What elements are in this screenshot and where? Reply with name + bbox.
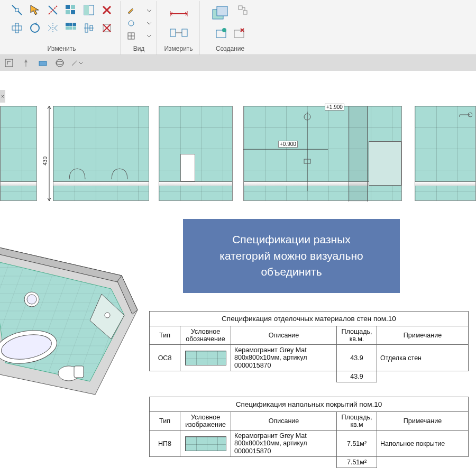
table2-h-type: Тип xyxy=(150,412,180,431)
measure-gap-icon[interactable] xyxy=(167,25,191,41)
table2-desc: Керамогранит Grey Mat 800x800x10мм, арти… xyxy=(231,431,337,457)
mirror-icon[interactable] xyxy=(45,20,61,36)
table1-total: 43.9 xyxy=(337,371,377,382)
pin-icon[interactable] xyxy=(20,57,32,69)
table2-note: Напольное покрытие xyxy=(377,431,469,457)
table1-total-row: 43.9 xyxy=(150,371,469,382)
spec-table-floor: Спецификация напольных покрытий пом.10 Т… xyxy=(149,397,469,468)
table1-row: ОС8 Керамогранит Grey Mat 800x800x10мм, … xyxy=(150,345,469,371)
table2-h-area: Площадь, кв.м xyxy=(337,412,377,431)
table1-note: Отделка стен xyxy=(377,345,469,371)
svg-point-28 xyxy=(222,28,226,32)
svg-rect-29 xyxy=(234,30,244,38)
table2-type: НП8 xyxy=(150,431,180,457)
align-icon[interactable] xyxy=(81,20,97,36)
svg-point-46 xyxy=(27,295,36,304)
cope-icon[interactable] xyxy=(9,20,25,36)
callout-line2: категорий можно визуально xyxy=(219,250,363,262)
sphere-icon[interactable] xyxy=(54,57,66,69)
table1-area: 43.9 xyxy=(337,345,377,371)
ribbon-group-modify: Изменить xyxy=(3,1,121,54)
table1-swatch xyxy=(180,345,231,371)
create-new-icon[interactable] xyxy=(213,25,229,41)
ribbon-group-measure-label: Измерить xyxy=(164,44,193,54)
pencil-dropdown-icon[interactable] xyxy=(125,5,153,16)
svg-rect-31 xyxy=(39,61,47,66)
ribbon-group-create: Создание xyxy=(201,1,259,54)
elevation-4 xyxy=(243,106,402,201)
svg-rect-1 xyxy=(66,5,70,9)
ribbon: Изменить Вид Измерить Создание xyxy=(0,0,476,55)
table2-area: 7.51м² xyxy=(337,431,377,457)
svg-rect-4 xyxy=(71,10,75,14)
table1-desc: Керамогранит Grey Mat 800x800x10мм, арти… xyxy=(231,345,337,371)
svg-rect-13 xyxy=(66,26,69,30)
panel-close-stub[interactable]: × xyxy=(0,90,5,103)
drawing-canvas[interactable]: 430 +1.900 +0.900 xyxy=(0,104,476,476)
dim-1900-label: +1.900 xyxy=(325,104,344,111)
shape-dropdown-icon[interactable] xyxy=(125,17,153,29)
table2-total-row: 7.51м² xyxy=(150,457,469,468)
elevation-row: 430 +1.900 +0.900 xyxy=(0,104,476,204)
svg-rect-8 xyxy=(15,23,19,33)
table1-h-desc: Описание xyxy=(231,326,337,345)
elevation-5 xyxy=(415,106,476,201)
svg-rect-12 xyxy=(73,23,76,26)
table1-type: ОС8 xyxy=(150,345,180,371)
delete-icon[interactable] xyxy=(99,2,115,18)
array-icon[interactable] xyxy=(63,20,79,36)
svg-point-9 xyxy=(31,24,39,32)
callout-line1: Спецификации разных xyxy=(232,233,351,245)
svg-point-32 xyxy=(56,59,63,67)
svg-point-47 xyxy=(105,313,110,318)
table1-h-area: Площадь, кв.м. xyxy=(337,326,377,345)
svg-rect-3 xyxy=(66,10,70,14)
create-family-icon[interactable] xyxy=(209,2,233,23)
elevation-1 xyxy=(0,106,37,201)
trim-icon[interactable] xyxy=(9,2,25,18)
grid-select-icon[interactable] xyxy=(63,2,79,18)
ribbon-group-create-label: Создание xyxy=(216,44,244,54)
white-spacer xyxy=(0,71,476,92)
table2-h-desc: Описание xyxy=(231,412,337,431)
delete-alt-icon[interactable] xyxy=(99,20,115,36)
workplane-icon[interactable] xyxy=(37,57,49,69)
constraint-icon[interactable] xyxy=(3,57,15,69)
svg-rect-14 xyxy=(69,26,72,30)
table1-h-note: Примечание xyxy=(377,326,469,345)
secondary-toolbar xyxy=(0,55,476,71)
svg-rect-24 xyxy=(217,6,227,16)
table2-title: Спецификация напольных покрытий пом.10 xyxy=(150,397,469,412)
svg-point-19 xyxy=(129,21,134,26)
select-arrow-icon[interactable] xyxy=(27,2,43,18)
table1-h-symbol: Условное обозначение xyxy=(180,326,231,345)
svg-rect-7 xyxy=(12,26,22,30)
create-group-icon[interactable] xyxy=(235,2,251,18)
table2-total: 7.51м² xyxy=(337,457,377,468)
svg-rect-11 xyxy=(69,23,72,26)
table2-row: НП8 Керамогранит Grey Mat 800x800x10мм, … xyxy=(150,431,469,457)
callout-line3: объединить xyxy=(261,266,322,278)
spec-table-walls: Спецификация отделочных материалов стен … xyxy=(149,311,469,382)
ribbon-group-measure: Измерить xyxy=(158,1,200,54)
elevation-2 xyxy=(53,106,149,201)
isometric-view xyxy=(0,215,153,416)
hatch-dropdown-icon[interactable] xyxy=(125,30,153,42)
create-delete-icon[interactable] xyxy=(231,25,247,41)
split-icon[interactable] xyxy=(45,2,61,18)
svg-rect-26 xyxy=(243,11,247,14)
svg-rect-30 xyxy=(5,59,13,67)
svg-rect-15 xyxy=(73,26,76,30)
table2-h-symbol: Условное изображение xyxy=(180,412,231,431)
table2-swatch xyxy=(180,431,231,457)
measure-linear-icon[interactable] xyxy=(167,6,191,22)
table2-h-note: Примечание xyxy=(377,412,469,431)
ribbon-group-tools-label: Вид xyxy=(133,44,145,54)
face-select-icon[interactable] xyxy=(81,2,97,18)
rotate-icon[interactable] xyxy=(27,20,43,36)
table1-h-type: Тип xyxy=(150,326,180,345)
svg-point-33 xyxy=(56,61,63,65)
line-dropdown-icon[interactable] xyxy=(71,57,83,69)
svg-rect-10 xyxy=(66,23,69,26)
ribbon-group-modify-label: Изменить xyxy=(47,44,76,54)
